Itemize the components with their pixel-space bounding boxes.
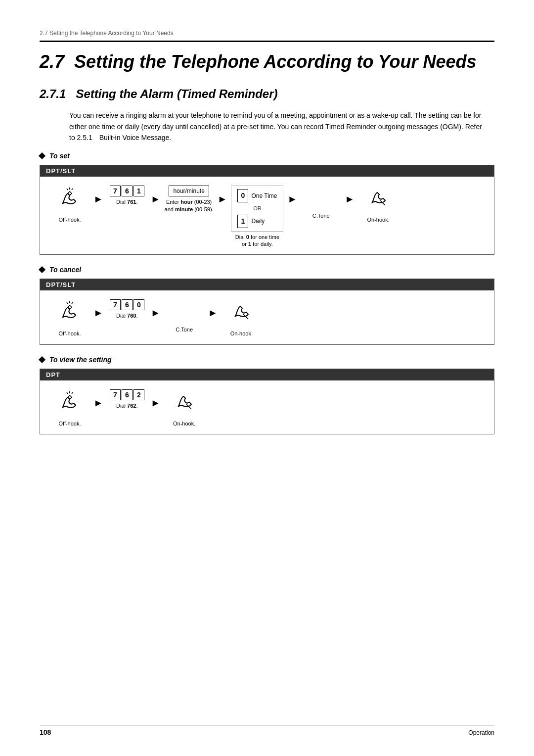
handset-down-icon-cancel (229, 299, 253, 326)
svg-line-7 (72, 302, 73, 304)
to-set-label: To set (40, 152, 494, 160)
to-cancel-box-header: DPT/SLT (40, 279, 494, 290)
section-title: 2.7.1 Setting the Alarm (Timed Reminder) (40, 87, 494, 101)
to-set-box-content: Off-hook. ► 7 6 1 Dial 761. ► hour/minut… (40, 177, 494, 254)
step-hour-minute: hour/minute Enter hour (00-23)and minute… (165, 186, 214, 213)
choice-0: 0 One Time (237, 189, 277, 202)
onhook-view-label: On-hook. (173, 420, 195, 427)
hour-minute-label: Enter hour (00-23)and minute (00-59). (165, 198, 214, 213)
tone-icon-cancel: ♪ ♪ (174, 299, 195, 322)
step-ctone-cancel: ♪ ♪ C.Tone (165, 299, 204, 333)
choice-1: 1 Daily (237, 215, 277, 228)
arrow-3: ► (214, 193, 231, 205)
svg-line-1 (72, 189, 73, 190)
to-view-label: To view the setting (40, 356, 494, 364)
arrow-2: ► (147, 193, 165, 205)
keys-761: 7 6 1 (110, 186, 144, 196)
choice-block: 0 One Time OR 1 Daily (231, 186, 283, 232)
key-1-daily: 1 (237, 215, 248, 228)
ctone-label-cancel: C.Tone (176, 326, 193, 333)
chapter-title: 2.7 Setting the Telephone According to Y… (40, 51, 494, 72)
keys-762: 7 6 2 (110, 389, 144, 400)
key-c7: 7 (110, 299, 121, 310)
step-onhook-cancel: On-hook. (222, 299, 261, 337)
to-cancel-label: To cancel (40, 266, 494, 274)
footer-section: Operation (468, 729, 494, 736)
daily-label: Daily (251, 217, 265, 226)
arrow-v2: ► (147, 397, 165, 409)
dial-761-label: Dial 761. (116, 198, 137, 205)
step-dial-760: 7 6 0 Dial 760. (107, 299, 147, 319)
arrow-1: ► (89, 193, 107, 205)
step-offhook-cancel: Off-hook. (50, 299, 89, 337)
key-v7: 7 (110, 389, 121, 400)
arrow-c1: ► (89, 307, 107, 319)
key-0: 0 (237, 189, 248, 202)
to-cancel-box: DPT/SLT Off-hook. ► (40, 279, 494, 344)
diamond-icon-2 (39, 266, 45, 273)
one-time-label: One Time (251, 191, 277, 200)
footer: 108 Operation (40, 725, 494, 736)
svg-text:♪: ♪ (311, 189, 318, 204)
onhook-cancel-label: On-hook. (230, 330, 253, 337)
arrow-c3: ► (204, 307, 222, 319)
handset-down-icon-view (173, 389, 196, 416)
keys-760: 7 6 0 (110, 299, 144, 310)
key-c6: 6 (122, 299, 133, 310)
key-1: 1 (134, 186, 144, 196)
step-onhook-view: On-hook. (165, 389, 204, 427)
step-dial-761: 7 6 1 Dial 761. (107, 186, 147, 205)
offhook-view-label: Off-hook. (58, 420, 81, 427)
key-v6: 6 (122, 389, 133, 400)
key-v2: 2 (134, 389, 144, 400)
svg-text:♪: ♪ (319, 188, 324, 198)
top-divider (40, 41, 494, 42)
step-onhook-set: On-hook. (358, 186, 398, 223)
offhook-label: Off-hook. (58, 216, 81, 223)
svg-line-2 (67, 189, 68, 190)
svg-line-14 (67, 392, 68, 394)
breadcrumb: 2.7 Setting the Telephone According to Y… (40, 30, 494, 37)
ctone-label-set: C.Tone (312, 212, 330, 219)
description-text: You can receive a ringing alarm at your … (40, 110, 494, 143)
handset-down-icon (366, 186, 390, 212)
arrow-5: ► (341, 193, 358, 205)
onhook-label-set: On-hook. (367, 216, 389, 223)
dial-762-label: Dial 762. (116, 402, 137, 409)
to-set-box-header: DPT/SLT (40, 165, 494, 177)
hour-minute-box: hour/minute (169, 186, 209, 196)
to-view-box: DPT Off-hook. ► (40, 369, 494, 434)
handset-up-icon-cancel (58, 299, 82, 326)
dial-760-label: Dial 760. (116, 312, 137, 319)
svg-text:♪: ♪ (182, 301, 187, 312)
key-7: 7 (110, 186, 121, 196)
arrow-4: ► (283, 193, 301, 205)
to-view-box-header: DPT (40, 369, 494, 380)
svg-text:♪: ♪ (175, 303, 181, 318)
arrow-c2: ► (147, 307, 165, 319)
to-view-box-content: Off-hook. ► 7 6 2 Dial 762. ► (40, 380, 494, 434)
handset-up-icon (58, 186, 82, 212)
key-6: 6 (122, 186, 133, 196)
to-set-box: DPT/SLT Off-hook. ► (40, 165, 494, 255)
tone-icon: ♪ ♪ (310, 186, 332, 208)
svg-line-13 (72, 392, 73, 394)
arrow-v1: ► (89, 397, 107, 409)
svg-line-8 (67, 302, 68, 304)
step-ctone-set: ♪ ♪ C.Tone (301, 186, 341, 219)
handset-up-icon-view (58, 389, 82, 416)
step-dial-762: 7 6 2 Dial 762. (107, 389, 147, 409)
offhook-cancel-label: Off-hook. (58, 330, 81, 337)
choice-label: Dial 0 for one timeor 1 for daily. (235, 234, 279, 248)
diamond-icon-3 (39, 356, 45, 363)
page-number: 108 (40, 728, 51, 736)
key-c0: 0 (134, 299, 144, 310)
step-offhook-view: Off-hook. (50, 389, 89, 427)
or-text: OR (237, 204, 277, 213)
step-offhook-set: Off-hook. (50, 186, 89, 223)
step-choice: 0 One Time OR 1 Daily Dial 0 for one tim… (231, 186, 283, 247)
to-cancel-box-content: Off-hook. ► 7 6 0 Dial 760. ► ♪ (40, 290, 494, 344)
diamond-icon (39, 152, 45, 159)
